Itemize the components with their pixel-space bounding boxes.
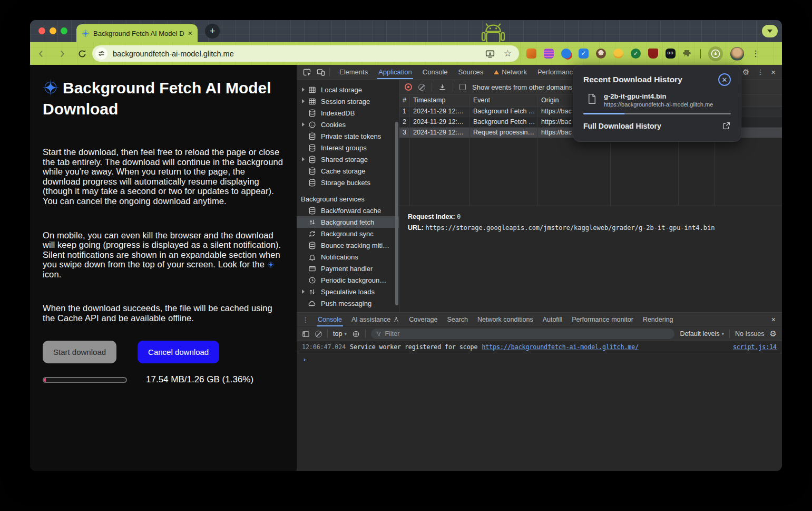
- devtools-close-icon[interactable]: ×: [771, 68, 776, 76]
- tab-elements[interactable]: Elements: [334, 65, 373, 79]
- downloads-button[interactable]: [708, 46, 723, 61]
- download-item[interactable]: g-2b-it-gpu-int4.bin https://backgroundf…: [583, 92, 731, 108]
- sidebar-item-private-state-tokens[interactable]: Private state tokens: [297, 130, 399, 142]
- sidebar-item-local-storage[interactable]: Local storage: [297, 84, 399, 95]
- clear-icon[interactable]: [418, 84, 425, 91]
- expand-caret-icon[interactable]: [302, 88, 308, 92]
- bookmark-star-icon[interactable]: ☆: [504, 49, 512, 58]
- sidebar-item-notifications[interactable]: Notifications: [297, 251, 399, 263]
- profile-avatar[interactable]: [730, 47, 744, 61]
- console-sidebar-icon[interactable]: [302, 330, 310, 338]
- sidebar-item-background-sync[interactable]: Background sync: [297, 228, 399, 239]
- new-tab-button[interactable]: +: [205, 24, 220, 38]
- drawer-menu-icon[interactable]: ⋮: [297, 316, 313, 324]
- extension-icon[interactable]: [613, 49, 623, 59]
- drawer-tab-network-conditions[interactable]: Network conditions: [473, 313, 538, 326]
- start-download-button[interactable]: Start download: [43, 341, 116, 363]
- send-to-device-icon[interactable]: [485, 49, 495, 59]
- expand-caret-icon[interactable]: [302, 157, 308, 161]
- full-download-history-link[interactable]: Full Download History: [583, 122, 661, 130]
- expand-caret-icon[interactable]: [302, 122, 308, 127]
- filter-input[interactable]: [385, 330, 670, 338]
- tab-network[interactable]: Network: [488, 65, 532, 79]
- browser-menu-icon[interactable]: ⋮: [751, 49, 760, 59]
- back-icon[interactable]: [36, 49, 46, 59]
- separator: [329, 68, 330, 76]
- extension-icon[interactable]: [596, 49, 606, 59]
- sidebar-item-shared-storage[interactable]: Shared storage: [297, 153, 399, 165]
- console-filter[interactable]: [371, 329, 674, 339]
- tab-application[interactable]: Application: [373, 65, 417, 79]
- extension-icon[interactable]: [526, 49, 536, 59]
- column-header[interactable]: #: [399, 95, 410, 107]
- sidebar-item-storage-buckets[interactable]: Storage buckets: [297, 177, 399, 188]
- tab-sources[interactable]: Sources: [453, 65, 489, 79]
- record-icon[interactable]: [405, 83, 412, 91]
- save-events-icon[interactable]: [438, 83, 446, 91]
- reload-icon[interactable]: [77, 49, 87, 59]
- browser-toolbar: backgroundfetch-ai-model.glitch.me ☆ ✓ ✓…: [30, 42, 782, 65]
- device-toolbar-icon[interactable]: [317, 68, 325, 76]
- expand-caret-icon[interactable]: [302, 290, 308, 294]
- sidebar-item-periodic-background-sync[interactable]: Periodic backgroun…: [297, 274, 399, 286]
- drawer-tab-console[interactable]: Console: [313, 313, 347, 326]
- extension-icon[interactable]: [561, 49, 571, 59]
- sidebar-item-background-fetch[interactable]: Background fetch: [297, 216, 399, 228]
- sidebar-item-bounce-tracking[interactable]: Bounce tracking miti…: [297, 239, 399, 251]
- context-selector[interactable]: top▾: [333, 330, 347, 338]
- column-header[interactable]: Event: [470, 95, 538, 107]
- drawer-tab-rendering[interactable]: Rendering: [638, 313, 678, 326]
- zoom-window-button[interactable]: [61, 27, 67, 34]
- sidebar-item-speculative-loads[interactable]: Speculative loads: [297, 286, 399, 297]
- devtools-settings-icon[interactable]: ⚙: [742, 68, 749, 77]
- live-expression-eye-icon[interactable]: [352, 330, 360, 338]
- minimize-window-button[interactable]: [50, 27, 56, 34]
- extension-icon[interactable]: oo: [666, 49, 676, 59]
- prompt-chevron-icon: ›: [302, 355, 307, 363]
- drawer-close-icon[interactable]: ×: [771, 315, 782, 324]
- log-link[interactable]: https://backgroundfetch-ai-model.glitch.…: [482, 343, 639, 351]
- cancel-download-button[interactable]: Cancel download: [138, 341, 219, 363]
- sidebar-item-session-storage[interactable]: Session storage: [297, 95, 399, 107]
- sidebar-item-payment-handler[interactable]: Payment handler: [297, 263, 399, 274]
- expand-caret-icon[interactable]: [302, 99, 308, 103]
- tab-search-chevron-button[interactable]: [762, 25, 778, 37]
- inspect-element-icon[interactable]: [303, 68, 311, 76]
- show-events-checkbox[interactable]: [459, 84, 466, 90]
- browser-tab[interactable]: Background Fetch AI Model D ×: [76, 24, 198, 42]
- drawer-tab-ai-assistance[interactable]: AI assistance: [347, 313, 404, 326]
- console-settings-icon[interactable]: ⚙: [770, 329, 777, 339]
- sidebar-item-back-forward-cache[interactable]: Back/forward cache: [297, 205, 399, 216]
- column-header[interactable]: Timestamp: [410, 95, 470, 107]
- download-history-popup: Recent Download History ✕ g-2b-it-gpu-in…: [573, 65, 741, 142]
- default-levels-dropdown[interactable]: Default levels▾: [680, 330, 724, 338]
- sidebar-item-indexeddb[interactable]: IndexedDB: [297, 107, 399, 119]
- drawer-tab-search[interactable]: Search: [442, 313, 473, 326]
- tab-close-icon[interactable]: ×: [188, 30, 192, 37]
- sidebar-scrollbar[interactable]: [395, 122, 398, 305]
- sidebar-item-cache-storage[interactable]: Cache storage: [297, 165, 399, 177]
- drawer-tab-coverage[interactable]: Coverage: [404, 313, 442, 326]
- sidebar-item-interest-groups[interactable]: Interest groups: [297, 142, 399, 153]
- popup-close-button[interactable]: ✕: [718, 73, 731, 86]
- devtools-menu-icon[interactable]: ⋮: [757, 68, 764, 76]
- drawer-tab-performance-monitor[interactable]: Performance monitor: [567, 313, 638, 326]
- site-settings-button[interactable]: [95, 47, 107, 60]
- drawer-tab-autofill[interactable]: Autofill: [538, 313, 568, 326]
- close-window-button[interactable]: [38, 27, 45, 34]
- log-source-link[interactable]: script.js:14: [733, 343, 777, 351]
- extensions-puzzle-icon[interactable]: [683, 49, 693, 59]
- forward-icon[interactable]: [57, 49, 67, 59]
- issues-counter[interactable]: No Issues: [735, 330, 765, 338]
- address-bar[interactable]: backgroundfetch-ai-model.glitch.me ☆: [92, 45, 519, 62]
- clear-console-icon[interactable]: [315, 331, 322, 338]
- extension-icon[interactable]: ✓: [579, 49, 589, 59]
- tab-console[interactable]: Console: [417, 65, 453, 79]
- sidebar-item-cookies[interactable]: Cookies: [297, 119, 399, 130]
- extension-icon[interactable]: ✓: [631, 49, 641, 59]
- extension-icon[interactable]: [648, 49, 658, 59]
- console-prompt[interactable]: ›: [297, 353, 782, 365]
- external-link-icon[interactable]: [722, 121, 731, 130]
- extension-icon[interactable]: [544, 49, 554, 59]
- sidebar-item-push-messaging[interactable]: Push messaging: [297, 297, 399, 309]
